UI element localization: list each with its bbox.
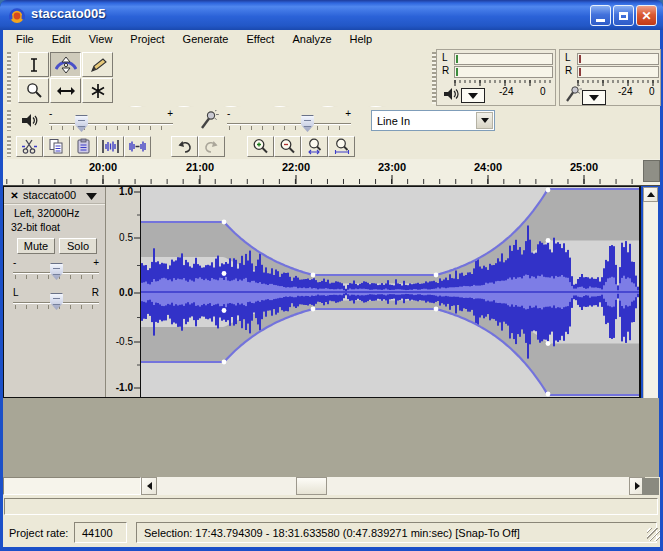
pencil-icon: [89, 57, 107, 73]
fit-selection-icon: [306, 138, 324, 155]
timeshift-tool-button[interactable]: [50, 78, 81, 103]
envelope-control-point[interactable]: [311, 307, 316, 312]
zoom-tool-button[interactable]: [18, 78, 49, 103]
envelope-control-point[interactable]: [546, 392, 551, 397]
input-meter-tick--24: -24: [618, 86, 632, 97]
track-format-label: Left, 32000Hz: [14, 207, 79, 219]
microphone-icon: [199, 110, 219, 131]
redo-button[interactable]: [198, 136, 225, 157]
copy-button[interactable]: [43, 136, 70, 157]
zoom-out-button[interactable]: [274, 136, 301, 157]
envelope-control-point[interactable]: [434, 273, 439, 278]
edit-toolbar-grip[interactable]: [7, 136, 11, 157]
envelope-control-point[interactable]: [434, 307, 439, 312]
trim-button[interactable]: [97, 136, 124, 157]
cut-button[interactable]: [16, 136, 43, 157]
envelope-control-point[interactable]: [222, 360, 227, 365]
envelope-control-point[interactable]: [546, 238, 551, 243]
track-border: [3, 186, 4, 398]
input-meter-level-line: [579, 55, 581, 63]
track-close-button[interactable]: ✕: [8, 189, 21, 202]
silence-button[interactable]: [124, 136, 151, 157]
menu-bar: File Edit View Project Generate Effect A…: [3, 30, 660, 48]
input-source-dropdown-button[interactable]: [476, 112, 493, 129]
trim-icon: [101, 138, 120, 155]
multi-tool-star-icon: [90, 83, 106, 99]
menu-analyze[interactable]: Analyze: [283, 30, 340, 48]
ibeam-icon: [25, 57, 43, 73]
copy-icon: [48, 138, 65, 155]
undo-button[interactable]: [171, 136, 198, 157]
magnifier-icon: [25, 82, 43, 99]
timeline-labels: 20:0021:0022:0023:0024:0025:00: [3, 159, 660, 186]
maximize-button[interactable]: [613, 5, 634, 26]
input-meter-left-label: L: [565, 52, 571, 63]
track-pan-slider[interactable]: L R: [13, 286, 99, 312]
track-gain-slider[interactable]: - +: [13, 256, 99, 282]
project-rate-value[interactable]: 44100: [74, 522, 127, 543]
vruler-label: -1.0: [116, 382, 133, 393]
timeline-ruler[interactable]: 20:0021:0022:0023:0024:0025:00: [3, 159, 660, 186]
audacity-logo-icon: [8, 6, 26, 24]
empty-track-area: [3, 398, 659, 477]
input-meter-level-line: [579, 68, 581, 76]
draw-tool-button[interactable]: [82, 52, 113, 77]
output-volume-minus: -: [49, 108, 52, 119]
scroll-left-button[interactable]: [141, 477, 157, 495]
slider-ticks: [51, 126, 171, 130]
envelope-control-point[interactable]: [222, 271, 227, 276]
waveform-display[interactable]: [141, 187, 639, 397]
envelope-control-point[interactable]: [222, 220, 227, 225]
menu-generate[interactable]: Generate: [174, 30, 238, 48]
input-volume-slider[interactable]: - +: [227, 107, 351, 134]
input-source-select[interactable]: Line In: [371, 110, 495, 131]
tool-palette: [18, 52, 114, 104]
close-button[interactable]: ✕: [636, 5, 657, 26]
envelope-tool-button[interactable]: [50, 52, 81, 77]
menu-view[interactable]: View: [80, 30, 122, 48]
mute-button[interactable]: Mute: [17, 238, 55, 254]
envelope-control-point[interactable]: [222, 308, 227, 313]
speaker-icon: [21, 112, 39, 129]
fit-selection-button[interactable]: [301, 136, 328, 157]
envelope-control-point[interactable]: [546, 341, 551, 346]
maximize-icon: [619, 12, 628, 20]
track-menu-arrow-icon[interactable]: [86, 193, 97, 200]
dropdown-arrow-icon: [481, 118, 489, 123]
output-meter-left-bar: [454, 53, 553, 65]
arrow-up-icon: [647, 192, 655, 197]
mixer-toolbar-grip[interactable]: [7, 110, 11, 131]
scrollbar-corner: [642, 478, 659, 495]
menu-file[interactable]: File: [7, 30, 43, 48]
horizontal-scrollbar-thumb[interactable]: [296, 477, 327, 495]
resize-grip[interactable]: [647, 528, 660, 541]
menu-help[interactable]: Help: [341, 30, 382, 48]
gain-minus: -: [13, 257, 16, 268]
menu-effect[interactable]: Effect: [237, 30, 283, 48]
selection-tool-button[interactable]: [18, 52, 49, 77]
input-meter-dropdown[interactable]: [582, 90, 606, 105]
menu-project[interactable]: Project: [121, 30, 173, 48]
title-bar[interactable]: staccato005 ✕: [0, 0, 663, 30]
fit-project-button[interactable]: [328, 136, 355, 157]
paste-button[interactable]: [70, 136, 97, 157]
output-meter-dropdown[interactable]: [461, 88, 485, 103]
toolbar-grip[interactable]: [7, 52, 11, 104]
minimize-button[interactable]: [590, 5, 611, 26]
mixer-toolbar: - + - + Line In: [3, 107, 660, 134]
envelope-control-point[interactable]: [311, 273, 316, 278]
track-title[interactable]: staccato00: [23, 189, 76, 201]
horizontal-scrollbar[interactable]: [157, 477, 629, 495]
multi-tool-button[interactable]: [82, 78, 113, 103]
zoom-in-button[interactable]: [247, 136, 274, 157]
menu-edit[interactable]: Edit: [43, 30, 80, 48]
slider-track: [227, 123, 351, 125]
bottom-left-pane: [3, 477, 141, 495]
paste-icon: [75, 138, 92, 155]
envelope-control-point[interactable]: [546, 188, 551, 193]
vertical-ruler[interactable]: 1.00.50.0-0.5-1.0: [106, 187, 140, 397]
solo-button[interactable]: Solo: [59, 238, 97, 254]
scroll-up-button[interactable]: [643, 187, 658, 202]
input-volume-plus: +: [345, 108, 351, 119]
output-volume-slider[interactable]: - +: [49, 107, 173, 134]
